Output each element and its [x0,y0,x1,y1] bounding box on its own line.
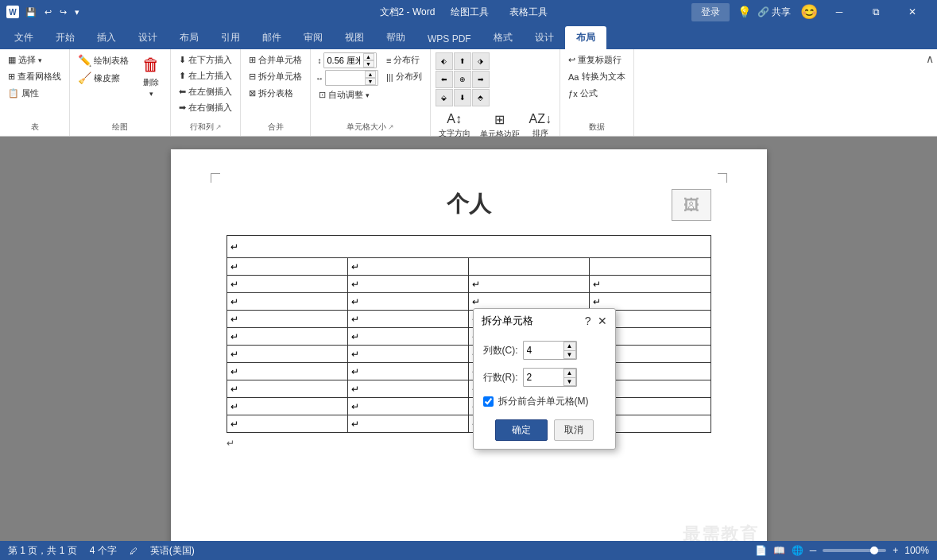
save-quick-btn[interactable]: 💾 [24,6,38,19]
tab-table-design[interactable]: 设计 [524,26,565,49]
group-biao-label: 表 [31,120,39,134]
dialog-rows-row: 行数(R): ▲ ▼ [483,368,606,387]
merge-before-split-checkbox[interactable] [483,396,494,407]
align-top-right[interactable]: ⬗ [472,52,490,70]
tab-table-layout[interactable]: 布局 [565,26,606,49]
tab-reference[interactable]: 引用 [210,26,251,49]
btn-insert-right[interactable]: ➡ 在右侧插入 [176,100,235,115]
rows-up-btn[interactable]: ▲ [563,369,576,377]
height-input[interactable] [326,55,362,66]
tab-file[interactable]: 文件 [3,26,45,49]
zoom-in-btn[interactable]: + [892,545,898,556]
eraser-icon: 🧹 [78,71,91,84]
emoji-icon: 😊 [800,3,818,21]
group-huitu-content: ✏️ 绘制表格 🧹 橡皮擦 🗑 删除 ▾ [75,52,165,120]
doc-title: 文档2 - Word [380,6,436,19]
help-icon[interactable]: 💡 [738,6,751,18]
cols-down-btn[interactable]: ▼ [563,350,576,359]
btn-property[interactable]: 📋 属性 [5,86,64,101]
document-page: 个人 🖼 ↵ ↵ ↵ [171,149,767,541]
align-mid-left[interactable]: ⬅ [436,71,453,88]
btn-formula[interactable]: ƒx 公式 [565,86,628,101]
zoom-out-btn[interactable]: ─ [810,545,817,556]
cell-size-expand-icon[interactable]: ↗ [388,123,394,131]
tab-design[interactable]: 设计 [127,26,168,49]
cols-up-btn[interactable]: ▲ [563,342,576,350]
btn-grid-view[interactable]: ⊞ 查看网格线 [5,69,64,84]
align-top-left[interactable]: ⬖ [436,52,453,70]
group-biao-content: ▦ 选择 ▾ ⊞ 查看网格线 📋 属性 [5,52,64,120]
dialog-help-button[interactable]: ? [585,315,591,327]
dialog-ok-button[interactable]: 确定 [495,419,548,441]
context-tab-drawing[interactable]: 绘图工具 [441,2,498,22]
width-input[interactable] [327,72,363,83]
dialog-cancel-button[interactable]: 取消 [554,419,594,441]
height-up-btn[interactable]: ▲ [363,53,374,60]
align-bot-right[interactable]: ⬘ [472,89,490,106]
btn-insert-below[interactable]: ⬇ 在下方插入 [176,52,235,68]
view-read-icon[interactable]: 📖 [773,545,785,556]
select-dropdown-icon: ▾ [38,56,42,64]
btn-split-table[interactable]: ⊠ 拆分表格 [246,86,305,101]
tab-insert[interactable]: 插入 [86,26,127,49]
align-bot-left[interactable]: ⬙ [436,89,453,106]
tab-view[interactable]: 视图 [334,26,375,49]
view-web-icon[interactable]: 🌐 [792,545,803,556]
sort-icon: AZ↓ [529,112,552,126]
tab-mail[interactable]: 邮件 [251,26,292,49]
btn-auto-fit[interactable]: ⊡ 自动调整 ▾ [316,87,378,102]
view-normal-icon[interactable]: 📄 [755,545,767,556]
group-align-content: ⬖ ⬆ ⬗ ⬅ ⊕ ➡ ⬙ ⬇ ⬘ A↕ 文字方向 ⊞ [436,52,555,142]
btn-repeat-header[interactable]: ↩ 重复标题行 [565,52,628,68]
undo-quick-btn[interactable]: ↩ [43,6,53,19]
tab-format[interactable]: 格式 [482,26,524,49]
group-huitu: ✏️ 绘制表格 🧹 橡皮擦 🗑 删除 ▾ 绘图 [70,49,171,136]
dialog-close-button[interactable]: ✕ [598,315,607,327]
select-icon: ▦ [8,55,16,65]
hanglie-expand-icon[interactable]: ↗ [215,123,222,131]
btn-merge-cells[interactable]: ⊞ 合并单元格 [246,52,305,68]
align-mid-center[interactable]: ⊕ [454,71,471,88]
btn-dist-row[interactable]: ≡ 分布行 [383,52,425,68]
login-button[interactable]: 登录 [691,3,730,21]
status-bar: 第 1 页，共 1 页 4 个字 🖊 英语(美国) 📄 📖 🌐 ─ + 100% [0,541,937,560]
context-tab-table[interactable]: 表格工具 [500,2,557,22]
ribbon: ▦ 选择 ▾ ⊞ 查看网格线 📋 属性 表 ✏️ [0,49,937,137]
text-dir-icon: A↕ [447,112,462,126]
status-left: 第 1 页，共 1 页 4 个字 🖊 英语(美国) [8,544,195,558]
tab-home[interactable]: 开始 [45,26,86,49]
btn-convert-text[interactable]: Aa 转换为文本 [565,69,628,84]
tab-wps-pdf[interactable]: WPS PDF [416,29,482,49]
merge-before-split-label: 拆分前合并单元格(M) [498,395,589,408]
rows-spinner: ▲ ▼ [563,369,576,386]
align-bot-center[interactable]: ⬇ [454,89,471,106]
rows-input[interactable] [524,369,563,386]
align-top-center[interactable]: ⬆ [454,52,471,70]
btn-insert-left[interactable]: ⬅ 在左侧插入 [176,84,235,99]
restore-button[interactable]: ⧉ [858,0,894,24]
align-mid-right[interactable]: ➡ [472,71,490,88]
customize-qat-btn[interactable]: ▾ [73,6,81,19]
btn-delete[interactable]: 🗑 删除 ▾ [137,52,165,100]
btn-insert-above[interactable]: ⬆ 在上方插入 [176,68,235,83]
btn-select[interactable]: ▦ 选择 ▾ [5,52,64,68]
btn-eraser[interactable]: 🧹 橡皮擦 [75,70,132,86]
tab-help[interactable]: 帮助 [375,26,416,49]
btn-draw-table[interactable]: ✏️ 绘制表格 [75,52,132,68]
zoom-slider[interactable] [823,549,886,552]
cols-input[interactable] [524,342,563,359]
btn-dist-col[interactable]: ||| 分布列 [383,69,425,84]
btn-split-cells[interactable]: ⊟ 拆分单元格 [246,69,305,84]
rows-down-btn[interactable]: ▼ [563,377,576,386]
minimize-button[interactable]: ─ [821,0,858,24]
collapse-ribbon-btn[interactable]: ∧ [923,49,937,136]
zoom-thumb[interactable] [870,546,878,554]
close-button[interactable]: ✕ [894,0,931,24]
redo-quick-btn[interactable]: ↪ [58,6,68,19]
formula-icon: ƒx [568,89,578,98]
tab-layout[interactable]: 布局 [168,26,210,49]
width-down-btn[interactable]: ▼ [365,78,376,85]
tab-review[interactable]: 审阅 [292,26,334,49]
height-down-btn[interactable]: ▼ [363,60,374,68]
width-up-btn[interactable]: ▲ [365,71,376,78]
